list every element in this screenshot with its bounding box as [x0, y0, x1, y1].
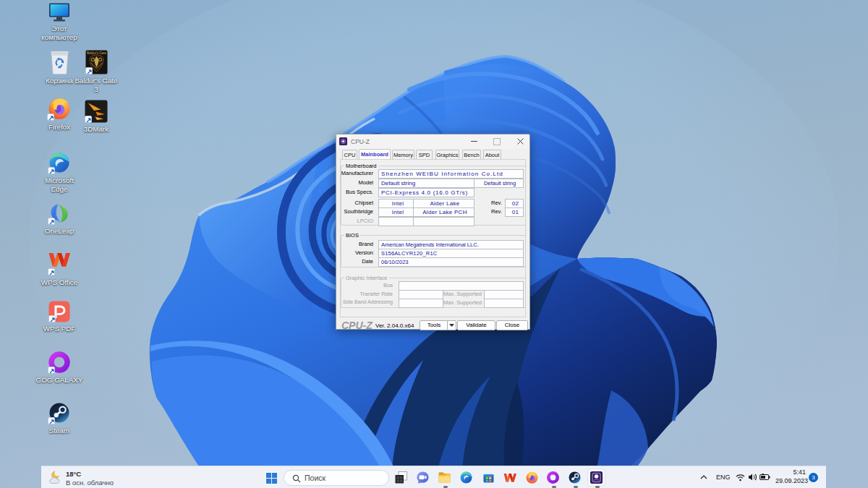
svg-text:Baldur's Gate: Baldur's Gate	[86, 51, 106, 55]
